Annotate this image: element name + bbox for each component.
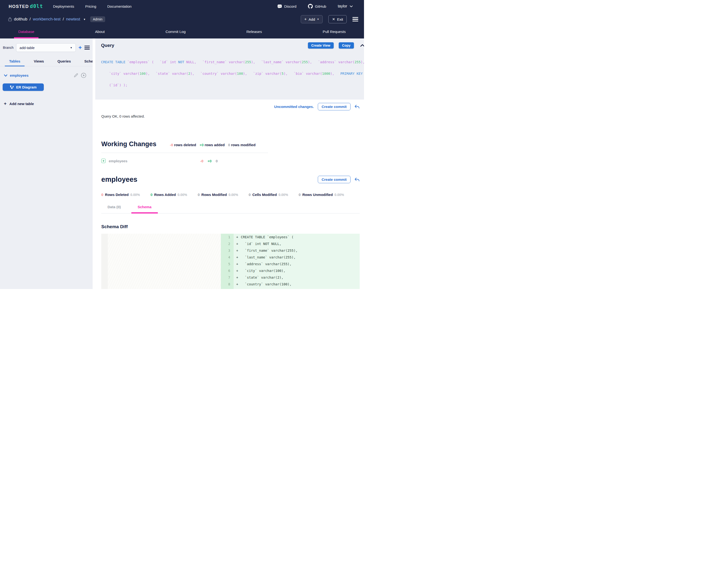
logo-dolt-text: d0lt	[30, 3, 43, 9]
breadcrumb-separator: /	[63, 17, 64, 22]
rows-modified-label: rows modified	[231, 143, 256, 147]
github-icon	[308, 4, 313, 9]
chevron-up-icon[interactable]	[360, 44, 364, 47]
diff-line: 2+ `id` int NOT NULL,	[221, 241, 360, 247]
tab-database[interactable]: Database	[14, 26, 38, 38]
lock-icon	[8, 17, 12, 21]
divider	[101, 153, 268, 153]
branch-select[interactable]: add-table ▼	[16, 43, 76, 52]
breadcrumb-separator: /	[30, 17, 31, 22]
table-list-item: employees	[0, 73, 93, 78]
add-button[interactable]: + Add ▼	[301, 15, 323, 23]
data-schema-tabs: Data (0) Schema	[101, 205, 360, 214]
github-label: GitHub	[315, 4, 326, 8]
add-new-table-button[interactable]: + Add new table	[4, 101, 93, 106]
main-nav: HOSTED d0lt Deployments Pricing Document…	[0, 0, 364, 12]
query-panel: Query Create View Copy CREATE TABLE `emp…	[95, 38, 364, 100]
discord-icon	[278, 4, 282, 9]
stat-rows-added: 0Rows Added0.00%	[150, 193, 187, 197]
branch-label: Branch	[3, 46, 14, 50]
tab-pull-requests[interactable]: Pull Requests	[318, 26, 350, 38]
top-header: HOSTED d0lt Deployments Pricing Document…	[0, 0, 364, 38]
create-commit-button[interactable]: Create commit	[318, 176, 350, 183]
tab-data[interactable]: Data (0)	[101, 205, 127, 214]
tab-schema[interactable]: Schema	[131, 205, 158, 214]
changed-table-name[interactable]: employees	[109, 159, 200, 163]
diff-line: 5+ `address` varchar(255),	[221, 260, 360, 267]
diff-before-body	[108, 234, 221, 289]
new-branch-plus-icon[interactable]: +	[78, 45, 82, 51]
play-circle-icon[interactable]	[81, 73, 86, 78]
sidebar-tabs: Tables Views Queries Schemas	[0, 59, 93, 66]
plus-icon: +	[4, 101, 6, 106]
query-title: Query	[101, 43, 114, 48]
diff-before-panel	[101, 234, 221, 289]
tab-about[interactable]: About	[91, 26, 109, 38]
diff-line: 1+CREATE TABLE `employees` (	[221, 234, 360, 241]
plus-square-icon: +	[101, 159, 106, 163]
discord-link[interactable]: Discord	[278, 4, 296, 9]
branch-list-icon[interactable]	[84, 45, 90, 51]
commit-bar: Uncommitted changes. Create commit	[101, 100, 360, 110]
create-view-button[interactable]: Create View	[308, 42, 334, 49]
sidebar-tab-queries[interactable]: Queries	[53, 59, 75, 66]
row-deleted-count: -0	[200, 159, 203, 163]
diff-after-panel: 1+CREATE TABLE `employees` ( 2+ `id` int…	[221, 234, 360, 289]
table-item-employees[interactable]: employees	[10, 73, 29, 77]
sql-line: CREATE TABLE `employees` ( `id` int NOT …	[101, 60, 364, 64]
rows-added-count: +0	[200, 143, 204, 147]
table-section-title: employees	[101, 175, 137, 184]
tab-releases[interactable]: Releases	[242, 26, 266, 38]
caret-down-icon: ▼	[317, 18, 319, 21]
hosted-dolt-logo[interactable]: HOSTED d0lt	[9, 3, 43, 9]
schema-diff-title: Schema Diff	[101, 224, 360, 229]
add-new-table-label: Add new table	[9, 102, 34, 106]
nav-link-pricing[interactable]: Pricing	[85, 4, 96, 8]
nav-link-documentation[interactable]: Documentation	[107, 4, 132, 8]
repo-tabs: Database About Commit Log Releases Pull …	[0, 26, 364, 38]
pencil-icon[interactable]	[73, 73, 78, 78]
rows-deleted-count: -0	[170, 143, 173, 147]
table-section-header: employees Create commit	[101, 175, 360, 184]
working-changes-table-row[interactable]: + employees -0 +0 0	[101, 159, 360, 163]
breadcrumb-row: dolthub / workbench-test / newtest ▼ Adm…	[0, 12, 364, 26]
nav-link-deployments[interactable]: Deployments	[53, 4, 74, 8]
chevron-down-icon[interactable]	[4, 74, 7, 77]
sidebar-tab-tables[interactable]: Tables	[5, 59, 25, 66]
breadcrumb-page[interactable]: newtest	[66, 17, 80, 22]
breadcrumb-owner[interactable]: dolthub	[14, 17, 27, 22]
stat-rows-modified: 0Rows Modified0.00%	[198, 193, 238, 197]
results-area: Uncommitted changes. Create commit Query…	[93, 100, 364, 289]
row-added-count: +0	[207, 159, 211, 163]
diff-line: 9+ `zip` varchar(5),	[221, 287, 360, 289]
branch-select-value: add-table	[20, 46, 35, 50]
sql-line: (`id`) );	[101, 83, 364, 87]
user-menu[interactable]: taylor	[338, 4, 353, 8]
exit-button-label: Exit	[337, 17, 343, 21]
er-diagram-button[interactable]: ER Diagram	[3, 83, 44, 91]
uncommitted-changes-label: Uncommitted changes.	[274, 105, 314, 109]
menu-icon[interactable]	[353, 16, 358, 23]
row-modified-count: 0	[215, 159, 217, 163]
add-button-label: Add	[309, 17, 315, 21]
undo-icon[interactable]	[355, 177, 360, 182]
plus-icon: +	[304, 17, 307, 22]
create-commit-button[interactable]: Create commit	[318, 103, 350, 110]
stat-rows-unmodified: 0Rows Unmodified0.00%	[298, 193, 344, 197]
rows-modified-count: 0	[228, 143, 230, 147]
sql-query-text: CREATE TABLE `employees` ( `id` int NOT …	[101, 52, 364, 95]
tab-commit-log[interactable]: Commit Log	[161, 26, 190, 38]
diff-line: 7+ `state` varchar(2),	[221, 274, 360, 281]
copy-button[interactable]: Copy	[339, 42, 354, 49]
breadcrumb-caret-down-icon[interactable]: ▼	[83, 18, 86, 21]
exit-button[interactable]: ✕ Exit	[329, 15, 347, 23]
er-diagram-icon	[10, 85, 14, 89]
undo-icon[interactable]	[355, 105, 360, 109]
sidebar-tab-views[interactable]: Views	[29, 59, 48, 66]
stat-rows-deleted: 0Rows Deleted0.00%	[101, 193, 140, 197]
page: HOSTED d0lt Deployments Pricing Document…	[0, 0, 364, 289]
stat-cells-modified: 0Cells Modified0.00%	[249, 193, 288, 197]
github-link[interactable]: GitHub	[308, 4, 326, 9]
breadcrumb: dolthub / workbench-test / newtest ▼ Adm…	[8, 16, 105, 22]
breadcrumb-repo[interactable]: workbench-test	[33, 17, 61, 22]
